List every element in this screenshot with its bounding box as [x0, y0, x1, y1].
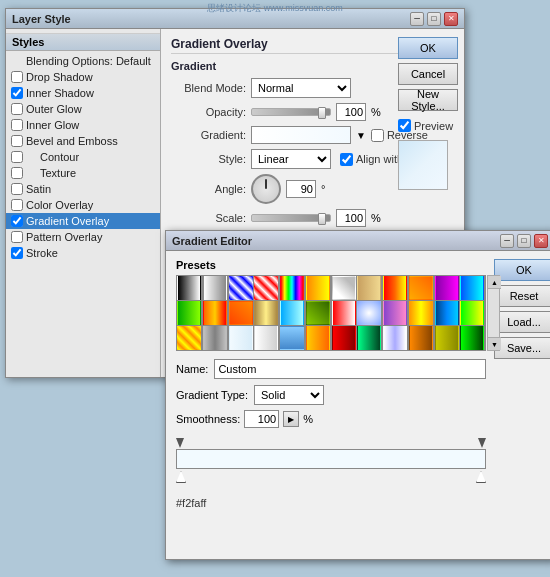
texture-checkbox[interactable] — [11, 167, 23, 179]
gradient-preview[interactable] — [251, 126, 351, 144]
preset-5[interactable] — [280, 276, 304, 300]
preset-24[interactable] — [460, 301, 484, 325]
preset-6[interactable] — [306, 276, 330, 300]
inner-glow-checkbox[interactable] — [11, 119, 23, 131]
preset-10[interactable] — [409, 276, 433, 300]
gradient-type-select[interactable]: Solid — [254, 385, 324, 405]
blend-mode-select[interactable]: Normal — [251, 78, 351, 98]
pattern-overlay-checkbox[interactable] — [11, 231, 23, 243]
satin-item[interactable]: Satin — [6, 181, 160, 197]
preset-4[interactable] — [254, 276, 278, 300]
minimize-button[interactable]: ─ — [410, 12, 424, 26]
angle-dial[interactable] — [251, 174, 281, 204]
cancel-button[interactable]: Cancel — [398, 63, 458, 85]
inner-shadow-item[interactable]: Inner Shadow — [6, 85, 160, 101]
gradient-bar[interactable] — [176, 449, 486, 469]
preset-9[interactable] — [383, 276, 407, 300]
presets-scrollbar[interactable]: ▲ ▼ — [487, 275, 500, 351]
preset-8[interactable] — [357, 276, 381, 300]
ok-button[interactable]: OK — [398, 37, 458, 59]
preset-31[interactable] — [332, 326, 356, 350]
stroke-item[interactable]: Stroke — [6, 245, 160, 261]
inner-glow-item[interactable]: Inner Glow — [6, 117, 160, 133]
preset-26[interactable] — [203, 326, 227, 350]
preset-29[interactable] — [280, 326, 304, 350]
preset-32[interactable] — [357, 326, 381, 350]
reverse-dropdown-icon[interactable]: ▼ — [356, 130, 366, 141]
preset-3[interactable] — [229, 276, 253, 300]
preview-label[interactable]: Preview — [398, 119, 458, 132]
scale-slider[interactable] — [251, 214, 331, 222]
preset-14[interactable] — [203, 301, 227, 325]
drop-shadow-item[interactable]: Drop Shadow — [6, 69, 160, 85]
preset-33[interactable] — [383, 326, 407, 350]
contour-checkbox[interactable] — [11, 151, 23, 163]
preset-20[interactable] — [357, 301, 381, 325]
ge-minimize-button[interactable]: ─ — [500, 234, 514, 248]
scale-input[interactable] — [336, 209, 366, 227]
gradient-overlay-checkbox[interactable] — [11, 215, 23, 227]
color-overlay-checkbox[interactable] — [11, 199, 23, 211]
preset-16[interactable] — [254, 301, 278, 325]
scale-thumb[interactable] — [318, 213, 326, 225]
color-overlay-item[interactable]: Color Overlay — [6, 197, 160, 213]
gradient-overlay-item[interactable]: Gradient Overlay — [6, 213, 160, 229]
blending-options-item[interactable]: Blending Options: Default — [6, 53, 160, 69]
satin-checkbox[interactable] — [11, 183, 23, 195]
bevel-emboss-checkbox[interactable] — [11, 135, 23, 147]
new-style-button[interactable]: New Style... — [398, 89, 458, 111]
pattern-overlay-item[interactable]: Pattern Overlay — [6, 229, 160, 245]
opacity-slider[interactable] — [251, 108, 331, 116]
ge-ok-button[interactable]: OK — [494, 259, 550, 281]
drop-shadow-checkbox[interactable] — [11, 71, 23, 83]
close-button[interactable]: ✕ — [444, 12, 458, 26]
color-stop-right[interactable] — [476, 471, 486, 483]
preset-19[interactable] — [332, 301, 356, 325]
preset-30[interactable] — [306, 326, 330, 350]
preset-27[interactable] — [229, 326, 253, 350]
scroll-up-button[interactable]: ▲ — [488, 276, 501, 289]
preview-checkbox[interactable] — [398, 119, 411, 132]
preset-13[interactable] — [177, 301, 201, 325]
stroke-checkbox[interactable] — [11, 247, 23, 259]
texture-item[interactable]: Texture — [6, 165, 160, 181]
contour-item[interactable]: Contour — [6, 149, 160, 165]
preset-21[interactable] — [383, 301, 407, 325]
opacity-stop-right[interactable] — [478, 438, 486, 448]
preset-34[interactable] — [409, 326, 433, 350]
bevel-emboss-item[interactable]: Bevel and Emboss — [6, 133, 160, 149]
preset-17[interactable] — [280, 301, 304, 325]
smoothness-input[interactable] — [244, 410, 279, 428]
opacity-thumb[interactable] — [318, 107, 326, 119]
ge-maximize-button[interactable]: □ — [517, 234, 531, 248]
preset-2[interactable] — [203, 276, 227, 300]
ge-load-button[interactable]: Load... — [494, 311, 550, 333]
opacity-stop-left[interactable] — [176, 438, 184, 448]
outer-glow-checkbox[interactable] — [11, 103, 23, 115]
preset-15[interactable] — [229, 301, 253, 325]
ge-reset-button[interactable]: Reset — [494, 285, 550, 307]
name-input[interactable] — [214, 359, 486, 379]
preset-1[interactable] — [177, 276, 201, 300]
preset-36[interactable] — [460, 326, 484, 350]
scroll-down-button[interactable]: ▼ — [488, 337, 501, 350]
color-stop-left[interactable] — [176, 471, 186, 483]
ge-close-button[interactable]: ✕ — [534, 234, 548, 248]
maximize-button[interactable]: □ — [427, 12, 441, 26]
preset-28[interactable] — [254, 326, 278, 350]
preset-11[interactable] — [435, 276, 459, 300]
outer-glow-item[interactable]: Outer Glow — [6, 101, 160, 117]
align-layer-checkbox[interactable] — [340, 153, 353, 166]
preset-25[interactable] — [177, 326, 201, 350]
preset-35[interactable] — [435, 326, 459, 350]
preset-12[interactable] — [460, 276, 484, 300]
inner-shadow-checkbox[interactable] — [11, 87, 23, 99]
preset-23[interactable] — [435, 301, 459, 325]
opacity-input[interactable] — [336, 103, 366, 121]
preset-7[interactable] — [332, 276, 356, 300]
style-select[interactable]: Linear — [251, 149, 331, 169]
reverse-checkbox[interactable] — [371, 129, 384, 142]
angle-input[interactable] — [286, 180, 316, 198]
smoothness-arrow-btn[interactable]: ▶ — [283, 411, 299, 427]
ge-save-button[interactable]: Save... — [494, 337, 550, 359]
